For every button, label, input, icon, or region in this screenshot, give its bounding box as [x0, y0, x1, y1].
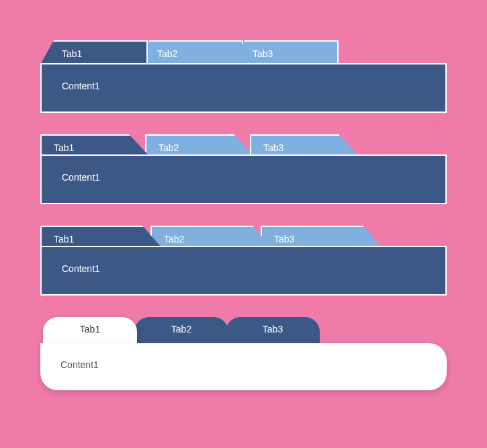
tab-3[interactable]: Tab3 — [261, 226, 382, 247]
tab-3[interactable]: Tab3 — [250, 134, 359, 156]
tab-3[interactable]: Tab3 — [231, 40, 339, 64]
tab-1[interactable]: Tab1 — [40, 40, 148, 64]
tab-content: Content1 — [40, 154, 447, 204]
tab-label: Tab2 — [164, 234, 184, 244]
tabset-skew-right: Tab1 Tab2 Tab3 Content1 — [40, 134, 447, 204]
tab-content: Content1 — [40, 246, 447, 296]
tabset-skew-left: Tab1 Tab2 Tab3 Content1 — [40, 40, 447, 113]
tab-3[interactable]: Tab3 — [226, 317, 320, 344]
tab-label: Tab1 — [54, 142, 74, 153]
tab-content: Content1 — [40, 63, 447, 113]
tab-row: Tab1 Tab2 Tab3 — [40, 40, 447, 64]
tab-row: Tab1 Tab2 Tab3 — [43, 317, 447, 344]
tab-label: Tab3 — [263, 142, 283, 153]
tab-label: Tab2 — [157, 48, 177, 59]
tab-row: Tab1 Tab2 Tab3 — [40, 226, 447, 247]
tab-content: Content1 — [40, 343, 447, 390]
tab-label: Tab3 — [253, 48, 273, 59]
tabset-rounded: Tab1 Tab2 Tab3 Content1 — [40, 317, 447, 390]
tab-1[interactable]: Tab1 — [40, 226, 161, 247]
tab-label: Tab3 — [274, 234, 294, 244]
tab-row: Tab1 Tab2 Tab3 — [40, 134, 447, 156]
tab-2[interactable]: Tab2 — [145, 134, 254, 156]
tab-label: Tab1 — [54, 234, 74, 244]
tab-label: Tab3 — [263, 324, 283, 334]
tab-1[interactable]: Tab1 — [40, 134, 149, 156]
tab-label: Tab2 — [171, 324, 191, 334]
tab-label: Tab2 — [159, 142, 179, 153]
tab-1[interactable]: Tab1 — [43, 317, 137, 344]
tabset-angled: Tab1 Tab2 Tab3 Content1 — [40, 226, 447, 296]
tab-label: Tab1 — [62, 48, 82, 59]
tab-2[interactable]: Tab2 — [150, 226, 271, 247]
tab-2[interactable]: Tab2 — [134, 317, 228, 344]
tab-label: Tab1 — [80, 324, 100, 334]
tab-2[interactable]: Tab2 — [136, 40, 243, 64]
